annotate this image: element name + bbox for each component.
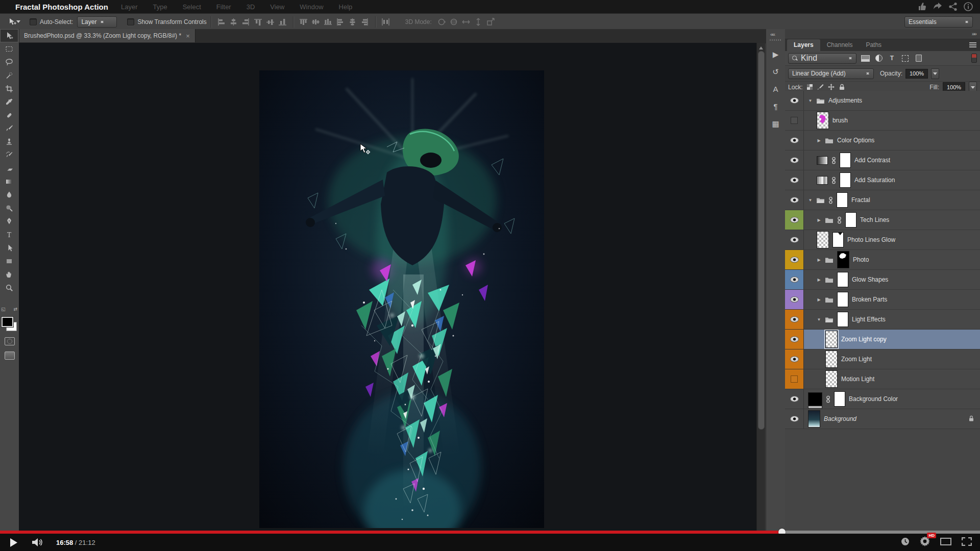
layer-visibility-cell[interactable] <box>785 250 804 269</box>
distribute-spacing-icon[interactable] <box>381 18 390 26</box>
layer-visibility-cell[interactable] <box>785 190 804 210</box>
lock-position-icon[interactable] <box>828 84 835 90</box>
dodge-tool[interactable] <box>0 202 18 215</box>
expand-group-icon[interactable]: ▶ <box>817 278 821 282</box>
3d-slide-icon[interactable] <box>474 18 483 26</box>
document-tab[interactable]: BrushedPhoto.psd @ 33.3% (Zoom Light cop… <box>19 29 195 42</box>
layer-mask-thumbnail[interactable] <box>832 232 844 247</box>
layer-mask-thumbnail[interactable] <box>837 312 848 327</box>
history-panel-icon[interactable]: ↺ <box>770 67 781 77</box>
layer-row-broken-parts[interactable]: ▶Broken Parts <box>785 290 980 310</box>
layer-row-add-saturation[interactable]: Add Saturation <box>785 170 980 190</box>
eye-icon[interactable] <box>790 257 799 263</box>
layer-row-glow-shapes[interactable]: ▶Glow Shapes <box>785 270 980 290</box>
eraser-tool[interactable] <box>0 162 18 175</box>
layer-mask-thumbnail[interactable] <box>837 192 848 208</box>
background-thumbnail[interactable] <box>808 410 820 428</box>
layer-thumbnail[interactable] <box>825 331 838 348</box>
info-panel-icon[interactable]: ▦ <box>770 119 781 129</box>
layer-row-photo-lines-glow[interactable]: Photo Lines Glow <box>785 230 980 250</box>
layer-visibility-cell[interactable] <box>785 330 804 349</box>
layer-visibility-cell[interactable] <box>785 369 804 389</box>
layer-row-content[interactable]: Zoom Light <box>804 349 980 369</box>
adjustment-thumbnail[interactable] <box>817 156 828 165</box>
layer-row-content[interactable]: brush <box>804 111 980 130</box>
layer-row-content[interactable]: Background Color <box>804 389 980 409</box>
settings-button[interactable]: HD <box>920 536 930 548</box>
layer-row-motion-light[interactable]: Motion Light <box>785 369 980 389</box>
tab-layers[interactable]: Layers <box>787 39 820 51</box>
layer-row-add-contrast[interactable]: Add Contrast <box>785 151 980 170</box>
eye-off-box[interactable] <box>791 375 798 383</box>
layer-visibility-cell[interactable] <box>785 170 804 190</box>
layer-thumbnail[interactable] <box>817 231 829 248</box>
layer-row-content[interactable]: ▶Photo <box>804 250 980 269</box>
move-tool[interactable] <box>0 29 18 42</box>
menu-window[interactable]: Window <box>292 3 331 11</box>
path-selection-tool[interactable] <box>0 241 18 255</box>
tool-preset-dropdown-arrow[interactable] <box>16 20 20 25</box>
layer-row-content[interactable]: ▼Adjustments <box>804 91 980 110</box>
swap-colors-icon[interactable]: ⇄ <box>13 307 17 313</box>
share-icon[interactable] <box>948 2 958 11</box>
scrollbar-thumb[interactable] <box>758 51 765 430</box>
3d-rotate-icon[interactable] <box>437 18 447 26</box>
eye-icon[interactable] <box>790 356 799 362</box>
panel-grip[interactable] <box>770 39 781 41</box>
layer-row-color-options[interactable]: ▶Color Options <box>785 131 980 151</box>
blur-tool[interactable] <box>0 188 18 202</box>
expand-group-icon[interactable]: ▶ <box>817 218 821 222</box>
layer-row-content[interactable]: ▼Fractal <box>804 190 980 210</box>
layer-visibility-cell[interactable] <box>785 111 804 130</box>
filtering-toggle-icon[interactable] <box>971 54 977 63</box>
layer-row-content[interactable]: Background <box>804 409 980 429</box>
layer-row-background[interactable]: Background <box>785 409 980 429</box>
lock-image-pixels-icon[interactable] <box>817 84 824 90</box>
layer-visibility-cell[interactable] <box>785 290 804 309</box>
distribute-vertical-centers-icon[interactable] <box>311 18 321 26</box>
layer-row-photo[interactable]: ▶Photo <box>785 250 980 270</box>
screen-mode-button[interactable] <box>5 352 15 360</box>
layer-row-brush[interactable]: brush <box>785 111 980 131</box>
layer-row-background-color[interactable]: Background Color <box>785 389 980 409</box>
align-right-edges-icon[interactable] <box>241 18 251 26</box>
layer-mask-thumbnail[interactable] <box>837 272 848 287</box>
layer-mask-thumbnail[interactable] <box>845 212 856 228</box>
fullscreen-button[interactable] <box>962 537 972 548</box>
align-top-edges-icon[interactable] <box>254 18 263 26</box>
clone-stamp-tool[interactable] <box>0 135 18 148</box>
layer-visibility-cell[interactable] <box>785 91 804 110</box>
actions-panel-icon[interactable]: ▶ <box>770 49 781 60</box>
layer-row-content[interactable]: Add Contrast <box>804 151 980 170</box>
eye-icon[interactable] <box>790 97 799 104</box>
3d-roll-icon[interactable] <box>450 18 459 26</box>
auto-select-checkbox[interactable] <box>30 18 37 26</box>
type-tool[interactable]: T <box>0 228 18 241</box>
3d-scale-icon[interactable] <box>486 18 496 26</box>
brush-tool[interactable] <box>0 122 18 135</box>
eye-icon[interactable] <box>790 296 799 303</box>
filter-shape-layers-icon[interactable] <box>901 54 910 62</box>
layer-thumbnail[interactable] <box>825 370 838 388</box>
eye-icon[interactable] <box>790 157 799 163</box>
layer-thumbnail[interactable] <box>817 112 829 129</box>
menu-select[interactable]: Select <box>175 3 209 11</box>
layer-mask-thumbnail[interactable] <box>840 153 851 168</box>
lasso-tool[interactable] <box>0 56 18 69</box>
menu-help[interactable]: Help <box>331 3 360 11</box>
foreground-color-swatch[interactable] <box>2 317 13 327</box>
layer-mask-thumbnail[interactable] <box>837 292 848 307</box>
rectangle-shape-tool[interactable] <box>0 255 18 268</box>
eyedropper-tool[interactable] <box>0 95 18 109</box>
menu-filter[interactable]: Filter <box>209 3 239 11</box>
show-transform-controls-checkbox[interactable] <box>127 18 134 26</box>
filter-type-layers-icon[interactable]: T <box>888 54 896 62</box>
fill-layer-thumbnail[interactable] <box>808 392 822 406</box>
adjustment-thumbnail[interactable] <box>817 176 828 185</box>
opacity-value[interactable]: 100% <box>905 69 928 79</box>
crop-tool[interactable] <box>0 82 18 95</box>
layer-row-content[interactable]: Zoom Light copy <box>804 330 980 349</box>
eye-icon[interactable] <box>790 197 799 203</box>
layer-row-content[interactable]: Photo Lines Glow <box>804 230 980 249</box>
tab-close-icon[interactable]: × <box>186 32 190 40</box>
